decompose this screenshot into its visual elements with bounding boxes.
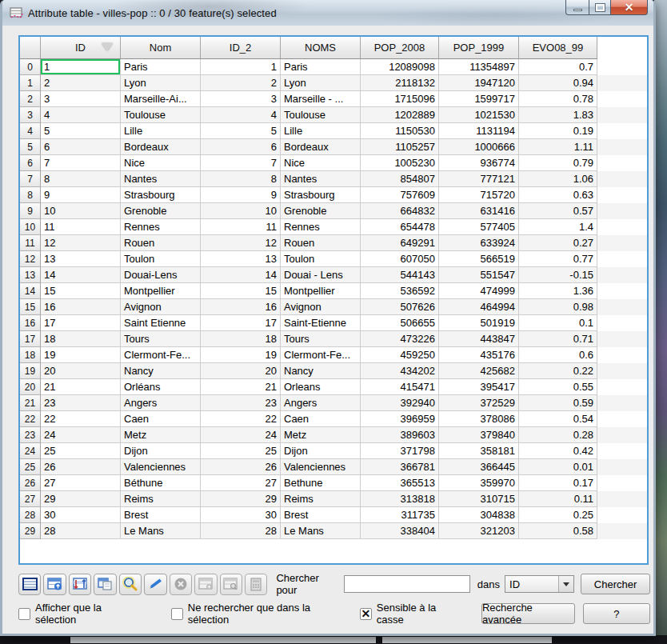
table-cell[interactable]: 7 <box>201 155 281 171</box>
row-header[interactable]: 14 <box>20 283 41 299</box>
table-cell[interactable]: 0.77 <box>519 251 597 267</box>
row-header[interactable]: 22 <box>20 411 41 427</box>
table-cell[interactable]: Douai - Lens <box>281 267 361 283</box>
table-cell[interactable]: 395417 <box>439 379 519 395</box>
table-cell[interactable]: 4 <box>201 107 281 123</box>
table-cell[interactable]: 2 <box>201 75 281 91</box>
table-cell[interactable]: Strasbourg <box>281 187 361 203</box>
table-cell[interactable]: Nice <box>281 155 361 171</box>
table-cell[interactable]: 474999 <box>439 283 519 299</box>
table-cell[interactable]: 17 <box>201 315 281 331</box>
row-header[interactable]: 16 <box>20 315 41 331</box>
table-cell[interactable]: 27 <box>41 475 121 491</box>
table-cell[interactable]: Douai-Lens <box>121 267 201 283</box>
table-cell[interactable]: 378086 <box>439 411 519 427</box>
table-cell[interactable]: Grenoble <box>121 203 201 219</box>
row-header[interactable]: 19 <box>20 363 41 379</box>
table-cell[interactable]: 649291 <box>361 235 439 251</box>
table-cell[interactable]: 757609 <box>361 187 439 203</box>
table-cell[interactable]: Lyon <box>281 75 361 91</box>
table-cell[interactable]: 11 <box>201 219 281 235</box>
table-cell[interactable]: Montpellier <box>281 283 361 299</box>
table-cell[interactable]: 26 <box>201 459 281 475</box>
row-header[interactable]: 13 <box>20 267 41 283</box>
row-header[interactable]: 8 <box>20 187 41 203</box>
table-cell[interactable]: 311735 <box>361 507 439 523</box>
table-cell[interactable]: Toulon <box>121 251 201 267</box>
table-cell[interactable]: 501919 <box>439 315 519 331</box>
column-header-id_2[interactable]: ID_2 <box>201 37 281 59</box>
table-cell[interactable]: 9 <box>201 187 281 203</box>
table-cell[interactable]: 12 <box>41 235 121 251</box>
table-cell[interactable]: 0.54 <box>519 411 597 427</box>
table-cell[interactable]: 26 <box>41 459 121 475</box>
table-cell[interactable]: Clermont-Fe... <box>281 347 361 363</box>
table-cell[interactable]: 11354897 <box>439 59 519 75</box>
table-cell[interactable]: 14 <box>41 267 121 283</box>
column-header-nom[interactable]: Nom <box>121 37 201 59</box>
row-header[interactable]: 12 <box>20 251 41 267</box>
table-cell[interactable]: 0.7 <box>519 59 597 75</box>
table-cell[interactable]: 1131194 <box>439 123 519 139</box>
table-cell[interactable]: 25 <box>41 443 121 459</box>
table-cell[interactable]: Bethune <box>281 475 361 491</box>
table-cell[interactable]: Reims <box>121 491 201 507</box>
move-selection-to-top-button[interactable] <box>43 574 66 595</box>
window-titlebar[interactable]: Attribute table - villes-pop :: 0 / 30 f… <box>2 0 653 26</box>
table-cell[interactable]: 6 <box>41 139 121 155</box>
table-cell[interactable]: 631416 <box>439 203 519 219</box>
table-cell[interactable]: Paris <box>281 59 361 75</box>
column-header-pop_2008[interactable]: POP_2008 <box>361 37 439 59</box>
row-header[interactable]: 2 <box>20 91 41 107</box>
table-cell[interactable]: 0.78 <box>519 91 597 107</box>
table-cell[interactable]: Brest <box>121 507 201 523</box>
table-cell[interactable]: 28 <box>41 523 121 539</box>
table-cell[interactable]: 22 <box>201 411 281 427</box>
table-cell[interactable]: Valenciennes <box>281 459 361 475</box>
table-cell[interactable]: Angers <box>281 395 361 411</box>
row-header[interactable]: 1 <box>20 75 41 91</box>
table-cell[interactable]: Caen <box>121 411 201 427</box>
table-cell[interactable]: Paris <box>121 59 201 75</box>
table-cell[interactable]: Marseille-Ai... <box>121 91 201 107</box>
table-cell[interactable]: 633924 <box>439 235 519 251</box>
table-cell[interactable]: 24 <box>201 427 281 443</box>
new-column-button[interactable] <box>194 574 217 595</box>
table-cell[interactable]: 536592 <box>361 283 439 299</box>
table-cell[interactable]: 1.06 <box>519 171 597 187</box>
corner-header[interactable] <box>20 37 41 59</box>
table-cell[interactable]: 506655 <box>361 315 439 331</box>
table-cell[interactable]: 6 <box>201 139 281 155</box>
table-cell[interactable]: 16 <box>41 299 121 315</box>
table-cell[interactable]: 392940 <box>361 395 439 411</box>
table-cell[interactable]: 14 <box>201 267 281 283</box>
table-cell[interactable]: Tours <box>281 331 361 347</box>
table-cell[interactable]: 20 <box>201 363 281 379</box>
table-cell[interactable]: Bordeaux <box>121 139 201 155</box>
table-cell[interactable]: 366781 <box>361 459 439 475</box>
table-cell[interactable]: Rennes <box>281 219 361 235</box>
close-button[interactable]: ✕ <box>610 0 648 15</box>
table-cell[interactable]: 12089098 <box>361 59 439 75</box>
table-cell[interactable]: 443847 <box>439 331 519 347</box>
table-cell[interactable]: 22 <box>41 411 121 427</box>
table-cell[interactable]: 777121 <box>439 171 519 187</box>
table-cell[interactable]: 1599717 <box>439 91 519 107</box>
table-cell[interactable]: Clermont-Fe... <box>121 347 201 363</box>
table-cell[interactable]: 25 <box>201 443 281 459</box>
table-cell[interactable]: 12 <box>201 235 281 251</box>
table-cell[interactable]: 365513 <box>361 475 439 491</box>
row-header[interactable]: 27 <box>20 491 41 507</box>
table-cell[interactable]: 1000666 <box>439 139 519 155</box>
table-cell[interactable]: 13 <box>41 251 121 267</box>
table-cell[interactable]: 0.59 <box>519 395 597 411</box>
table-cell[interactable]: 551547 <box>439 267 519 283</box>
field-calculator-button[interactable] <box>245 574 267 595</box>
table-cell[interactable]: 23 <box>201 395 281 411</box>
column-header-id[interactable]: ID <box>41 37 121 59</box>
table-cell[interactable]: 507626 <box>361 299 439 315</box>
table-cell[interactable]: Nantes <box>121 171 201 187</box>
table-cell[interactable]: 21 <box>41 379 121 395</box>
column-header-evo08_99[interactable]: EVO08_99 <box>519 37 597 59</box>
table-cell[interactable]: 0.1 <box>519 315 597 331</box>
